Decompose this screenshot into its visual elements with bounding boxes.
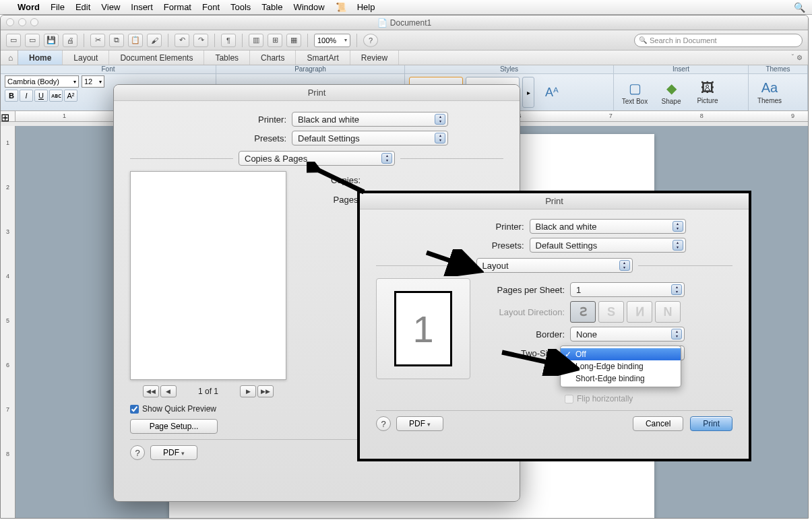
menu-format[interactable]: Format bbox=[164, 2, 191, 12]
menu-edit[interactable]: Edit bbox=[75, 2, 90, 12]
toolbox-icon[interactable]: ⊞ bbox=[268, 34, 282, 47]
menu-help[interactable]: Help bbox=[357, 2, 375, 12]
sidebar-icon[interactable]: ▥ bbox=[249, 34, 263, 47]
save-icon[interactable]: 💾 bbox=[44, 34, 59, 47]
show-quick-preview-check[interactable]: Show Quick Preview bbox=[130, 404, 216, 414]
menu-insert[interactable]: Insert bbox=[131, 2, 153, 12]
pps-select[interactable]: 1▴▾ bbox=[570, 282, 685, 297]
presets-select-2[interactable]: Default Settings▴▾ bbox=[530, 238, 686, 253]
cut-icon[interactable]: ✂ bbox=[90, 34, 105, 47]
font-name-select[interactable]: Cambria (Body) bbox=[5, 75, 79, 88]
help-icon[interactable]: ? bbox=[363, 34, 378, 47]
tab-review[interactable]: Review bbox=[350, 51, 399, 65]
italic-button[interactable]: I bbox=[20, 90, 33, 102]
tab-tables[interactable]: Tables bbox=[204, 51, 250, 65]
two-sided-short-edge[interactable]: Short-Edge binding bbox=[561, 372, 681, 385]
zoom-select[interactable]: 100% bbox=[314, 34, 350, 47]
superscript-button[interactable]: A² bbox=[64, 90, 77, 102]
menu-script-icon[interactable]: 📜 bbox=[336, 2, 346, 12]
printer-select-2[interactable]: Black and white▴▾ bbox=[530, 219, 686, 234]
window-title: Document1 bbox=[390, 18, 431, 28]
two-sided-off[interactable]: Off bbox=[561, 348, 681, 360]
strike-button[interactable]: ᴀʙᴄ bbox=[49, 90, 63, 102]
layout-dir-3[interactable]: Ͷ bbox=[627, 301, 652, 323]
help-button[interactable]: ? bbox=[130, 445, 145, 460]
page-setup-button[interactable]: Page Setup... bbox=[130, 419, 218, 434]
layout-preview: 1 bbox=[376, 278, 470, 379]
menu-tools[interactable]: Tools bbox=[230, 2, 251, 12]
cancel-button-2[interactable]: Cancel bbox=[633, 416, 683, 431]
ribbon-right-controls[interactable]: ˇ⚙ bbox=[792, 51, 808, 65]
tab-charts[interactable]: Charts bbox=[250, 51, 296, 65]
new-doc-icon[interactable]: ▭ bbox=[6, 34, 21, 47]
redo-icon[interactable]: ↷ bbox=[193, 34, 208, 47]
group-themes-label: Themes bbox=[749, 65, 807, 74]
pdf-menu-button-2[interactable]: PDF bbox=[396, 416, 443, 431]
app-name[interactable]: Word bbox=[18, 2, 40, 12]
section-select[interactable]: Copies & Pages▴▾ bbox=[239, 151, 395, 166]
vertical-ruler: 12345678 bbox=[1, 126, 15, 518]
ruler-corner[interactable]: ⊞ bbox=[1, 111, 15, 121]
open-icon[interactable]: ▭ bbox=[25, 34, 40, 47]
tab-layout[interactable]: Layout bbox=[63, 51, 109, 65]
next-page-button[interactable]: ▶ bbox=[240, 385, 256, 397]
pps-label: Pages per Sheet: bbox=[484, 285, 565, 295]
first-page-button[interactable]: ◀◀ bbox=[143, 385, 159, 397]
paste-icon[interactable]: 📋 bbox=[128, 34, 143, 47]
pilcrow-icon[interactable]: ¶ bbox=[221, 34, 236, 47]
printer-select[interactable]: Black and white▴▾ bbox=[292, 112, 448, 127]
presets-label: Presets: bbox=[185, 133, 286, 143]
copies-label: Copies: bbox=[300, 175, 361, 185]
spotlight-icon[interactable]: 🔍 bbox=[794, 2, 805, 13]
layout-direction-label: Layout Direction: bbox=[484, 307, 565, 317]
help-button-2[interactable]: ? bbox=[376, 416, 391, 431]
layout-dir-4[interactable]: N bbox=[655, 301, 681, 323]
format-painter-icon[interactable]: 🖌 bbox=[147, 34, 162, 47]
document-icon: 📄 bbox=[377, 18, 387, 28]
ribbon-tabs: ⌂ Home Layout Document Elements Tables C… bbox=[1, 51, 808, 65]
page-info: 1 of 1 bbox=[198, 387, 218, 396]
presets-select[interactable]: Default Settings▴▾ bbox=[292, 131, 448, 145]
pdf-menu-button[interactable]: PDF bbox=[150, 445, 197, 460]
copy-icon[interactable]: ⧉ bbox=[109, 34, 124, 47]
themes-button[interactable]: AaThemes bbox=[753, 77, 786, 108]
two-sided-label: Two-Sided: bbox=[484, 348, 565, 358]
search-input[interactable]: Search in Document bbox=[634, 34, 803, 47]
last-page-button[interactable]: ▶▶ bbox=[257, 385, 274, 397]
font-size-select[interactable]: 12 bbox=[82, 75, 104, 88]
print-icon[interactable]: 🖨 bbox=[63, 34, 77, 47]
print-dialog-title: Print bbox=[114, 85, 520, 101]
gallery-icon[interactable]: ▦ bbox=[286, 34, 301, 47]
group-font-label: Font bbox=[1, 65, 216, 74]
tab-smartart[interactable]: SmartArt bbox=[296, 51, 350, 65]
section-select-2[interactable]: Layout▴▾ bbox=[476, 258, 633, 273]
insert-textbox[interactable]: ▢Text Box bbox=[618, 77, 652, 108]
menu-file[interactable]: File bbox=[51, 2, 65, 12]
layout-dir-2[interactable]: S bbox=[598, 301, 624, 323]
prev-page-button[interactable]: ◀ bbox=[160, 385, 177, 397]
flip-horizontal-check[interactable]: Flip horizontally bbox=[565, 394, 633, 403]
printer-label: Printer: bbox=[185, 115, 286, 125]
menu-window[interactable]: Window bbox=[293, 2, 324, 12]
mac-menubar: Word File Edit View Insert Format Font T… bbox=[0, 0, 812, 15]
border-select[interactable]: None▴▾ bbox=[570, 327, 685, 342]
two-sided-long-edge[interactable]: Long-Edge binding bbox=[561, 360, 681, 372]
traffic-lights[interactable] bbox=[6, 18, 38, 26]
print-dialog-2-title: Print bbox=[360, 193, 749, 209]
bold-button[interactable]: B bbox=[5, 90, 18, 102]
menu-font[interactable]: Font bbox=[202, 2, 220, 12]
styles-more-button[interactable]: ▸ bbox=[522, 77, 534, 108]
menu-table[interactable]: Table bbox=[261, 2, 282, 12]
printer-label-2: Printer: bbox=[423, 222, 524, 232]
tab-home[interactable]: Home bbox=[18, 51, 63, 65]
insert-shape[interactable]: ◆Shape bbox=[654, 77, 688, 108]
tab-doc-elements[interactable]: Document Elements bbox=[109, 51, 204, 65]
menu-view[interactable]: View bbox=[101, 2, 120, 12]
insert-picture[interactable]: 🖼Picture bbox=[691, 77, 724, 108]
styles-pane-button[interactable]: Aᴬ bbox=[540, 85, 564, 100]
print-button-2[interactable]: Print bbox=[690, 416, 732, 431]
home-icon[interactable]: ⌂ bbox=[3, 51, 18, 65]
undo-icon[interactable]: ↶ bbox=[175, 34, 189, 47]
layout-dir-1[interactable]: Ƨ bbox=[570, 301, 596, 323]
underline-button[interactable]: U bbox=[34, 90, 48, 102]
